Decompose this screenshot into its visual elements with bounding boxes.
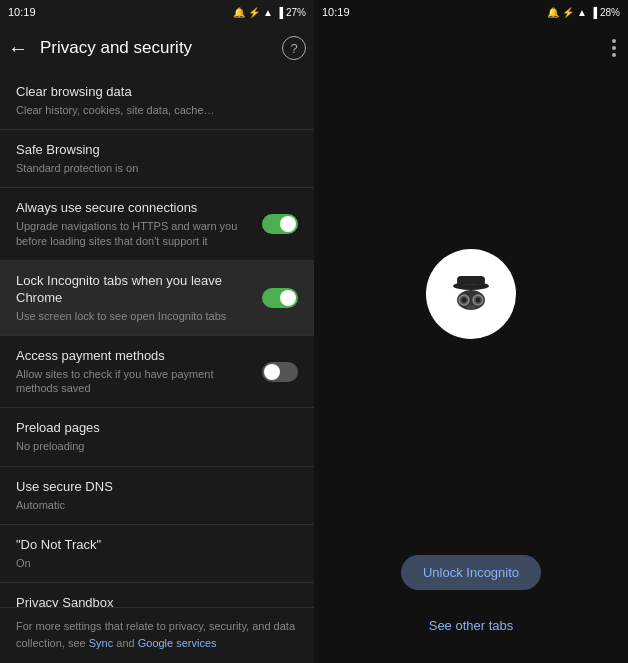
svg-rect-3 — [457, 276, 485, 284]
settings-title-preload-pages: Preload pages — [16, 420, 298, 437]
signal-icon: ▐ — [276, 7, 283, 18]
toggle-always-secure[interactable] — [262, 214, 298, 234]
settings-title-secure-dns: Use secure DNS — [16, 479, 298, 496]
signal-icon-right: ▐ — [590, 7, 597, 18]
settings-title-payment-methods: Access payment methods — [16, 348, 254, 365]
toggle-knob-lock-incognito — [280, 290, 296, 306]
dot1 — [612, 39, 616, 43]
toggle-payment-methods[interactable] — [262, 362, 298, 382]
battery-right: 28% — [600, 7, 620, 18]
page-title: Privacy and security — [40, 38, 270, 58]
settings-title-privacy-sandbox: Privacy Sandbox — [16, 595, 298, 607]
right-panel: 10:19 🔔 ⚡ ▲ ▐ 28% — [314, 0, 628, 663]
settings-item-privacy-sandbox[interactable]: Privacy Sandbox Trial features are on — [0, 583, 314, 607]
settings-item-do-not-track[interactable]: "Do Not Track" On — [0, 525, 314, 583]
settings-subtitle-lock-incognito: Use screen lock to see open Incognito ta… — [16, 309, 254, 323]
right-top-bar — [314, 24, 628, 72]
settings-item-always-secure[interactable]: Always use secure connections Upgrade na… — [0, 188, 314, 260]
notification-icon: 🔔 — [233, 7, 245, 18]
settings-title-always-secure: Always use secure connections — [16, 200, 254, 217]
settings-item-payment-methods[interactable]: Access payment methods Allow sites to ch… — [0, 336, 314, 408]
status-bar-left: 10:19 🔔 ⚡ ▲ ▐ 27% — [0, 0, 314, 24]
notification-icon-right: 🔔 — [547, 7, 559, 18]
toggle-knob-payment-methods — [264, 364, 280, 380]
settings-item-safe-browsing[interactable]: Safe Browsing Standard protection is on — [0, 130, 314, 188]
incognito-body — [314, 72, 628, 555]
settings-title-lock-incognito: Lock Incognito tabs when you leave Chrom… — [16, 273, 254, 307]
settings-subtitle-secure-dns: Automatic — [16, 498, 298, 512]
more-options-button[interactable] — [608, 35, 620, 61]
settings-item-preload-pages[interactable]: Preload pages No preloading — [0, 408, 314, 466]
dot3 — [612, 53, 616, 57]
bluetooth-icon: ⚡ — [248, 7, 260, 18]
back-button[interactable]: ← — [8, 37, 28, 60]
time-left: 10:19 — [8, 6, 36, 18]
status-icons-right: 🔔 ⚡ ▲ ▐ 28% — [547, 7, 620, 18]
settings-subtitle-do-not-track: On — [16, 556, 298, 570]
settings-subtitle-safe-browsing: Standard protection is on — [16, 161, 298, 175]
see-other-tabs-link[interactable]: See other tabs — [429, 618, 514, 633]
settings-title-clear-browsing-data: Clear browsing data — [16, 84, 298, 101]
battery-left: 27% — [286, 7, 306, 18]
settings-subtitle-payment-methods: Allow sites to check if you have payment… — [16, 367, 254, 396]
unlock-incognito-button[interactable]: Unlock Incognito — [401, 555, 541, 590]
settings-subtitle-always-secure: Upgrade navigations to HTTPS and warn yo… — [16, 219, 254, 248]
time-right: 10:19 — [322, 6, 350, 18]
bottom-area: Unlock Incognito See other tabs — [314, 555, 628, 663]
google-services-link[interactable]: Google services — [138, 637, 217, 649]
status-icons-left: 🔔 ⚡ ▲ ▐ 27% — [233, 7, 306, 18]
footer-note: For more settings that relate to privacy… — [0, 607, 314, 663]
settings-item-secure-dns[interactable]: Use secure DNS Automatic — [0, 467, 314, 525]
wifi-icon: ▲ — [263, 7, 273, 18]
sync-link[interactable]: Sync — [89, 637, 113, 649]
help-button[interactable]: ? — [282, 36, 306, 60]
incognito-icon — [441, 264, 501, 324]
bluetooth-icon-right: ⚡ — [562, 7, 574, 18]
incognito-icon-wrapper — [426, 249, 516, 339]
left-panel: 10:19 🔔 ⚡ ▲ ▐ 27% ← Privacy and security… — [0, 0, 314, 663]
svg-point-8 — [476, 297, 481, 302]
dot2 — [612, 46, 616, 50]
svg-point-9 — [466, 305, 476, 309]
svg-point-6 — [462, 297, 467, 302]
settings-title-safe-browsing: Safe Browsing — [16, 142, 298, 159]
wifi-icon-right: ▲ — [577, 7, 587, 18]
settings-item-clear-browsing-data[interactable]: Clear browsing data Clear history, cooki… — [0, 72, 314, 130]
footer-and: and — [113, 637, 137, 649]
top-bar-left: ← Privacy and security ? — [0, 24, 314, 72]
settings-item-lock-incognito[interactable]: Lock Incognito tabs when you leave Chrom… — [0, 261, 314, 336]
settings-title-do-not-track: "Do Not Track" — [16, 537, 298, 554]
status-bar-right: 10:19 🔔 ⚡ ▲ ▐ 28% — [314, 0, 628, 24]
toggle-lock-incognito[interactable] — [262, 288, 298, 308]
settings-subtitle-preload-pages: No preloading — [16, 439, 298, 453]
settings-list: Clear browsing data Clear history, cooki… — [0, 72, 314, 607]
toggle-knob-always-secure — [280, 216, 296, 232]
settings-subtitle-clear-browsing-data: Clear history, cookies, site data, cache… — [16, 103, 298, 117]
